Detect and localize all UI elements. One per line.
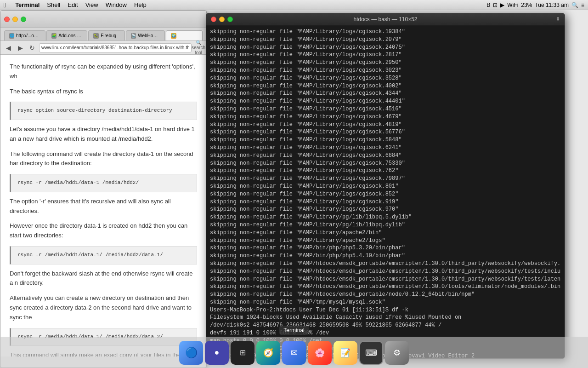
apple-menu[interactable]:  [4, 1, 6, 9]
list-icon[interactable]: ≡ [581, 2, 584, 8]
terminal-line: skipping non-regular file "MAMP/htdocs/e… [210, 276, 561, 283]
dock-terminal[interactable]: ⌨ [359, 341, 383, 365]
tab-3-favicon: 🐛 [93, 33, 99, 39]
content-paragraph: The following command will create the di… [10, 150, 197, 169]
terminal-line: skipping non-regular file "MAMP/Library/… [210, 90, 561, 98]
menu-view[interactable]: View [82, 0, 102, 10]
tab-3[interactable]: 🐛 Firebug [88, 30, 125, 40]
forward-button[interactable]: ▶ [15, 43, 25, 53]
terminal-titlebar: htdocs — bash — 110×52 ⬇ [206, 13, 565, 25]
search-icon[interactable]: 🔍 [571, 2, 578, 8]
content-paragraph: Let's assume you have a directory /media… [10, 125, 197, 144]
maximize-button[interactable] [21, 17, 26, 22]
terminal-line: skipping non-regular file "MAMP/htdocs/e… [210, 260, 561, 268]
close-button[interactable] [4, 17, 10, 22]
browser-tabs: 🌐 http://...ohigh 🧩 Add-ons M... 🐛 Fireb… [0, 28, 206, 41]
terminal-icon: ⌨ [365, 348, 377, 358]
menu-window[interactable]: Window [102, 0, 130, 10]
mail-icon: ✉ [291, 348, 298, 358]
terminal-line: skipping non-regular file "MAMP/htdocs/e… [210, 291, 561, 299]
tab-1-favicon: 🌐 [9, 33, 14, 39]
content-paragraph: The functionality of rsync can be expand… [10, 62, 197, 81]
terminal-line: Users-MacBook-Pro-2:htdocs User Tue Dec … [210, 306, 561, 314]
browser-toolbar: ◀ ▶ ↻ 🔍 search tool [0, 41, 206, 55]
terminal-line: skipping non-regular file "MAMP/tmp/mysq… [210, 299, 561, 306]
terminal-line: skipping non-regular file "MAMP/htdocs/e… [210, 268, 561, 276]
content-paragraph: However once the directory data-1 is cre… [10, 221, 197, 241]
dock-dashboard[interactable]: ● [205, 341, 229, 365]
terminal-line: skipping non-regular file "MAMP/Library/… [210, 152, 561, 160]
dock-notes[interactable]: 📝 [334, 341, 357, 365]
terminal-line: skipping non-regular file "MAMP/Library/… [210, 160, 561, 167]
bluetooth-icon: B [486, 2, 490, 8]
dock-mission[interactable]: ⊞ [231, 341, 254, 365]
terminal-line: skipping non-regular file "MAMP/Library/… [210, 128, 561, 136]
terminal-line: skipping non-regular file "MAMP/Library/… [210, 221, 561, 229]
notes-icon: 📝 [340, 348, 351, 358]
minimize-button[interactable] [12, 17, 18, 22]
terminal-line: skipping non-regular file "MAMP/Library/… [210, 167, 561, 175]
tab-5[interactable]: 🌍 [166, 30, 203, 40]
terminal-line: skipping non-regular file "MAMP/Library/… [210, 44, 561, 52]
terminal-line: skipping non-regular file "MAMP/Library/… [210, 51, 561, 59]
display-icon: ⊡ [493, 2, 498, 8]
menu-help[interactable]: Help [130, 0, 150, 10]
terminal-close[interactable] [211, 17, 216, 22]
menu-shell[interactable]: Shell [43, 0, 64, 10]
tab-3-label: Firebug [101, 33, 116, 38]
terminal-line: devfs 191 191 0 100% 664 0 100% /dev [210, 329, 561, 337]
menu-right: B ⊡ ▶ WiFi 23% Tue 11:33 am 🔍 ≡ [486, 2, 584, 8]
browser-titlebar [0, 11, 206, 28]
dock-system[interactable]: ⚙ [385, 341, 409, 365]
content-paragraph: Don't forget the backward slash at the e… [10, 269, 197, 288]
tab-4-label: WebHost ... [138, 33, 160, 38]
dock-photos[interactable]: 🌸 [308, 341, 332, 365]
tab-2[interactable]: 🧩 Add-ons M... [46, 30, 87, 40]
terminal-line: Filesystem 1024-blocks Used Available Ca… [210, 314, 561, 322]
tab-2-favicon: 🧩 [51, 33, 57, 39]
search-tool-button[interactable]: 🔍 search tool [193, 43, 204, 53]
address-bar[interactable] [39, 43, 192, 52]
terminal-line: skipping non-regular file "MAMP/Library/… [210, 82, 561, 90]
terminal-line: skipping non-regular file "MAMP/Library/… [210, 213, 561, 221]
wifi-icon: WiFi [507, 2, 518, 8]
terminal-line: skipping non-regular file "MAMP/Library/… [210, 190, 561, 198]
terminal-line: skipping non-regular file "MAMP/Library/… [210, 206, 561, 213]
terminal-line: skipping non-regular file "MAMP/Library/… [210, 136, 561, 144]
terminal-line: /dev/disk0s2 487546976 236631468 2506595… [210, 322, 561, 329]
terminal-line: skipping non-regular file "MAMP/Library/… [210, 98, 561, 105]
menu-edit[interactable]: Edit [64, 0, 81, 10]
browser-window: 🌐 http://...ohigh 🧩 Add-ons M... 🐛 Fireb… [0, 10, 207, 368]
tab-1-label: http://...ohigh [16, 33, 40, 38]
terminal-title: htdocs — bash — 110×52 [353, 16, 417, 23]
clock: Tue 11:33 am [535, 2, 569, 8]
dock-finder[interactable]: 🔵 [179, 341, 203, 365]
dock: 🔵 ● ⊞ 🧭 ✉ 🌸 📝 ⌨ ⚙ [0, 337, 588, 368]
terminal-line: skipping non-regular file "MAMP/Library/… [210, 67, 561, 75]
content-paragraph: Alternatively you can create a new direc… [10, 293, 197, 322]
safari-icon: 🧭 [263, 348, 273, 358]
terminal-line: skipping non-regular file "MAMP/Library/… [210, 75, 561, 82]
tab-1[interactable]: 🌐 http://...ohigh [4, 30, 45, 40]
terminal-line: skipping non-regular file "MAMP/Library/… [210, 144, 561, 152]
terminal-maximize[interactable] [227, 17, 233, 22]
terminal-traffic-lights [211, 17, 233, 22]
terminal-minimize[interactable] [219, 17, 225, 22]
traffic-lights [4, 17, 26, 22]
terminal-line: skipping non-regular file "MAMP/Library/… [210, 175, 561, 183]
dock-mail[interactable]: ✉ [282, 341, 306, 365]
terminal-window: htdocs — bash — 110×52 ⬇ skipping non-re… [206, 13, 565, 359]
tab-4-favicon: 📡 [131, 33, 136, 39]
terminal-line: skipping non-regular file "MAMP/Library/… [210, 198, 561, 206]
menu-bar:  Terminal Shell Edit View Window Help B… [0, 0, 588, 10]
back-button[interactable]: ◀ [3, 43, 13, 53]
terminal-line: skipping non-regular file "MAMP/Library/… [210, 36, 561, 44]
browser-content[interactable]: The functionality of rsync can be expand… [0, 55, 206, 356]
reload-button[interactable]: ↻ [27, 43, 37, 53]
tab-2-label: Add-ons M... [58, 33, 82, 38]
dock-safari[interactable]: 🧭 [256, 341, 280, 365]
tab-4[interactable]: 📡 WebHost ... [126, 30, 165, 40]
mission-icon: ⊞ [240, 348, 246, 357]
menu-terminal[interactable]: Terminal [11, 0, 43, 10]
terminal-body[interactable]: skipping non-regular file "MAMP/Library/… [206, 25, 565, 358]
